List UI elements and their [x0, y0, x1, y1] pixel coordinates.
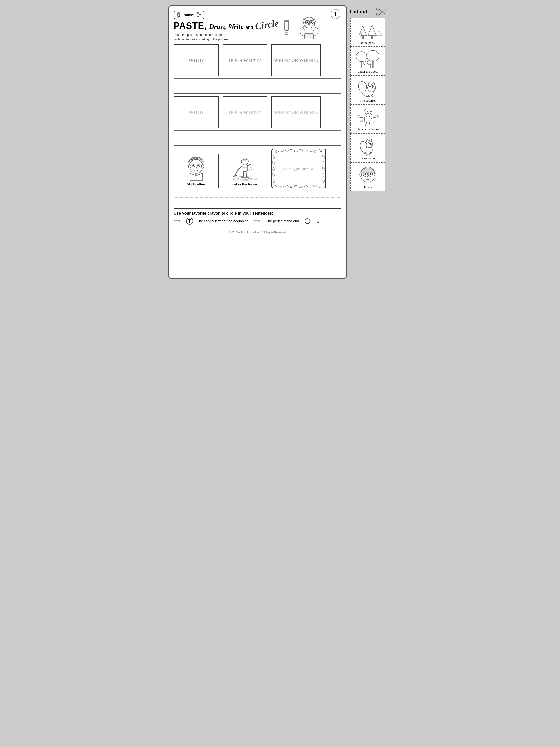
svg-point-63	[245, 177, 249, 178]
svg-line-61	[246, 171, 247, 177]
svg-point-62	[241, 177, 244, 178]
james-image	[354, 164, 381, 184]
bottom-instruction: Use your favorite crayon to circle in yo…	[174, 208, 342, 225]
draw-place-box[interactable]: Draw a place or time.	[271, 149, 326, 188]
cut-item-label-trees: under the trees.	[358, 70, 378, 74]
main-page: Name: 1 PASTE, Draw, Write a	[168, 5, 347, 279]
cut-item-label-park: at the park.	[361, 41, 375, 45]
svg-line-58	[236, 176, 236, 178]
cut-item-under-trees[interactable]: under the trees.	[350, 47, 385, 76]
svg-rect-5	[197, 13, 199, 14]
svg-point-95	[323, 173, 325, 177]
writing-lines-1[interactable]	[174, 78, 342, 92]
family-trees-image	[354, 49, 381, 69]
svg-point-70	[290, 149, 293, 152]
svg-point-42	[202, 164, 204, 168]
svg-point-116	[356, 52, 367, 61]
svg-point-124	[366, 64, 368, 66]
rakes-leaves-image	[230, 156, 260, 181]
svg-marker-4	[197, 17, 199, 18]
who-box-2[interactable]: Who?	[174, 96, 218, 128]
svg-point-107	[377, 9, 378, 10]
svg-point-89	[272, 166, 275, 171]
name-line[interactable]	[208, 15, 258, 15]
cut-item-plays-leaves[interactable]: plays with leaves	[350, 105, 385, 133]
svg-point-80	[290, 185, 293, 188]
svg-point-79	[285, 184, 289, 188]
svg-rect-118	[361, 61, 362, 68]
svg-point-77	[275, 184, 279, 187]
boxes-row-1: WHO? DOES WHAT? WHEN? OR WHERE?	[174, 44, 342, 76]
svg-point-19	[310, 21, 312, 23]
svg-line-142	[359, 117, 365, 118]
svg-rect-50	[242, 165, 248, 171]
svg-point-46	[248, 176, 253, 179]
svg-point-88	[272, 161, 274, 164]
svg-point-74	[309, 149, 312, 152]
cut-item-label-james: James	[364, 185, 372, 189]
svg-line-54	[235, 169, 238, 176]
title-draw: Draw,	[209, 23, 226, 31]
svg-rect-141	[365, 117, 371, 122]
svg-point-114	[359, 32, 362, 35]
writing-lines-3[interactable]	[174, 191, 342, 204]
glue-decoration	[282, 19, 292, 37]
writing-lines-2[interactable]	[174, 130, 342, 144]
svg-point-69	[285, 149, 289, 153]
svg-point-84	[309, 185, 312, 188]
my-brother-image	[181, 156, 211, 181]
svg-point-171	[374, 173, 376, 176]
svg-point-47	[241, 158, 248, 165]
brother-svg	[182, 157, 210, 181]
when-where-box-2[interactable]: When? or Where?	[271, 96, 321, 128]
my-brother-card[interactable]: My brother	[174, 154, 218, 188]
svg-point-66	[248, 170, 250, 171]
crayon-left-icon	[174, 218, 181, 224]
cut-item-at-the-park[interactable]: at the park.	[350, 18, 385, 47]
svg-point-68	[280, 149, 284, 152]
does-what-box-1[interactable]: DOES WHAT?	[222, 44, 267, 76]
svg-point-157	[371, 144, 373, 145]
cut-item-picked-nut[interactable]: picked a nut	[350, 133, 385, 162]
svg-point-71	[294, 150, 298, 152]
circle-T-box: T	[186, 217, 194, 225]
cut-item-label-nut: picked a nut	[360, 156, 376, 160]
svg-point-73	[304, 149, 308, 153]
svg-point-148	[360, 120, 363, 122]
pencil-right-icon	[196, 12, 202, 18]
svg-point-96	[322, 179, 325, 183]
svg-line-147	[369, 122, 370, 126]
svg-rect-2	[178, 13, 180, 14]
svg-point-49	[245, 160, 246, 161]
svg-point-40	[198, 165, 199, 166]
svg-point-85	[313, 184, 318, 187]
instruction-title: Use your favorite crayon to circle in yo…	[174, 211, 342, 216]
cut-item-james[interactable]: James	[350, 162, 385, 191]
svg-point-117	[367, 50, 379, 61]
rakes-leaves-card[interactable]: rakes the leaves	[222, 154, 267, 188]
cut-out-title: Cut out	[350, 8, 374, 15]
when-where-box-1[interactable]: WHEN? OR WHERE?	[271, 44, 321, 76]
pencil-left-icon	[177, 12, 182, 18]
svg-point-64	[248, 165, 251, 168]
svg-point-41	[188, 164, 191, 168]
name-label: Name:	[184, 13, 194, 17]
svg-rect-99	[174, 221, 176, 222]
svg-point-39	[193, 165, 194, 166]
svg-point-149	[373, 121, 376, 123]
cut-item-squirrel[interactable]: The squirrel	[350, 76, 385, 105]
svg-point-76	[318, 149, 322, 152]
my-brother-label: My brother	[187, 182, 205, 186]
svg-rect-125	[366, 66, 368, 68]
who-box-1[interactable]: WHO?	[174, 44, 218, 76]
boxes-row-2: Who? Does What? When? or Where?	[174, 96, 342, 128]
does-what-box-2[interactable]: Does What?	[222, 96, 267, 128]
title-write: Write	[228, 23, 244, 31]
name-box: Name:	[174, 11, 204, 19]
draw-place-label: Draw a place or time.	[281, 164, 317, 173]
svg-rect-112	[371, 35, 373, 39]
footer-text: © 2018 A Plus Education – All Rights Res…	[174, 229, 342, 234]
svg-rect-119	[372, 60, 373, 68]
svg-point-87	[272, 154, 275, 159]
svg-point-72	[299, 149, 303, 152]
